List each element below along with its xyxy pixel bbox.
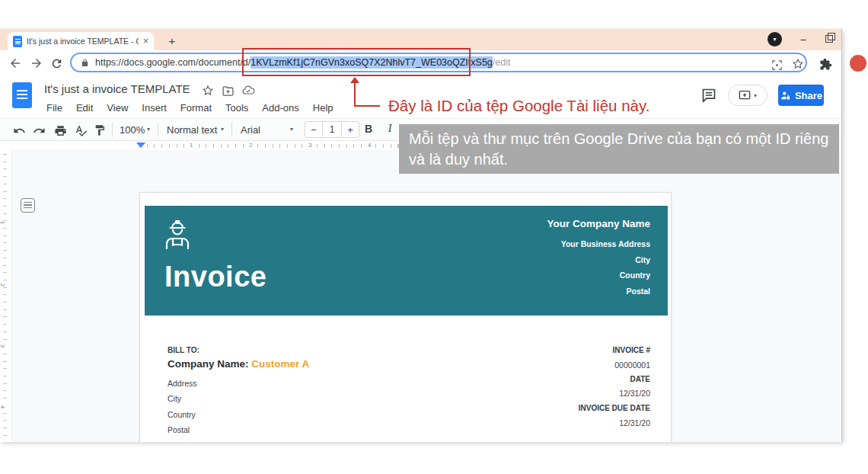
bill-company-line: Company Name: Customer A <box>168 358 309 370</box>
browser-tab[interactable]: It's just a invoice TEMPLATE - Go × <box>8 32 154 50</box>
font-select[interactable]: Arial <box>241 124 260 136</box>
google-docs-icon[interactable] <box>12 82 32 108</box>
screenshot-stage: It's just a invoice TEMPLATE - Go × + ▾ … <box>0 0 868 474</box>
invoice-date-value: 12/31/20 <box>619 389 650 398</box>
toolbar-divider <box>112 123 113 137</box>
zoom-caret-icon: ▾ <box>147 126 150 133</box>
company-name-label: Company Name: <box>168 358 249 370</box>
invoice-due-date-value: 12/31/20 <box>619 418 650 428</box>
zoom-select[interactable]: 100% <box>120 124 145 136</box>
toolbar-divider <box>231 123 232 137</box>
ruler-number: 3 <box>306 141 314 149</box>
circle-chevron-button[interactable]: ▾ <box>767 32 782 46</box>
increase-font-size-button[interactable]: + <box>342 124 359 136</box>
bookmark-star-icon[interactable] <box>790 56 806 72</box>
ruler-number: 4 <box>365 141 373 149</box>
document-outline-icon[interactable] <box>21 198 35 213</box>
ruler-number: 4 <box>0 405 7 408</box>
tab-title: It's just a invoice TEMPLATE - Go <box>27 37 139 46</box>
ruler-number: 1 <box>0 221 7 224</box>
share-button[interactable]: Share <box>778 85 824 106</box>
menu-insert[interactable]: Insert <box>135 101 174 115</box>
ruler-number: 3 <box>0 344 7 347</box>
customer-name: Customer A <box>251 358 309 370</box>
id-annotation-text: Đây là ID của tệp Google Tài liệu này. <box>388 97 649 115</box>
url-prefix: https://docs.google.com/document/d/ <box>95 57 251 68</box>
font-caret-icon: ▾ <box>290 126 293 133</box>
font-size-value[interactable]: 1 <box>322 122 342 137</box>
bill-field: Postal <box>168 425 190 434</box>
invoice-due-date-label: INVOICE DUE DATE <box>579 404 650 412</box>
ruler-ticks <box>3 154 7 442</box>
extensions-puzzle-icon[interactable] <box>818 56 833 72</box>
document-status-cloud-icon[interactable] <box>241 84 255 98</box>
menu-file[interactable]: File <box>40 101 69 115</box>
bill-field: Address <box>168 379 197 388</box>
company-line: Your Business Address <box>547 236 650 252</box>
font-size-stepper: − 1 + <box>305 121 359 138</box>
toolbar-divider <box>158 123 158 137</box>
redo-icon[interactable] <box>32 123 46 137</box>
ruler-number: 1 <box>187 141 195 149</box>
company-name: Your Company Name <box>547 218 650 229</box>
company-line: Country <box>547 267 650 283</box>
browser-window: It's just a invoice TEMPLATE - Go × + ▾ … <box>0 29 842 442</box>
comments-icon[interactable] <box>700 87 717 104</box>
document-page[interactable]: Invoice Your Company Name Your Business … <box>139 192 672 442</box>
menu-bar: File Edit View Insert Format Tools Add-o… <box>40 101 340 115</box>
url-suffix: /edit <box>493 57 511 68</box>
invoice-date-label: DATE <box>630 375 650 383</box>
share-label: Share <box>795 90 822 101</box>
tab-close-icon[interactable]: × <box>143 37 148 46</box>
ruler-number: 2 <box>247 141 254 149</box>
print-icon[interactable] <box>53 123 67 137</box>
menu-view[interactable]: View <box>100 101 135 115</box>
docs-favicon-icon <box>13 36 22 47</box>
document-area: 1 2 3 4 Invoice <box>0 149 841 442</box>
lock-icon <box>81 58 89 68</box>
present-to-meeting-button[interactable]: ▾ <box>728 85 767 106</box>
bill-to-label: BILL TO: <box>168 346 199 354</box>
new-tab-button[interactable]: + <box>164 33 180 48</box>
invoice-number-value: 00000001 <box>614 360 650 370</box>
menu-edit[interactable]: Edit <box>69 101 100 115</box>
invoice-meta: INVOICE # 00000001 DATE 12/31/20 INVOICE… <box>521 346 650 437</box>
indent-marker[interactable] <box>136 143 145 148</box>
undo-icon[interactable] <box>12 123 26 137</box>
bill-field: Country <box>168 410 196 419</box>
bold-button[interactable]: B <box>361 123 376 135</box>
star-document-icon[interactable] <box>201 84 215 98</box>
paragraph-style-select[interactable]: Normal text <box>167 124 217 136</box>
italic-button[interactable]: I <box>382 123 397 135</box>
back-button[interactable] <box>8 56 23 71</box>
annotation-arrow-line <box>354 82 356 106</box>
menu-format[interactable]: Format <box>174 101 219 115</box>
paint-format-icon[interactable] <box>93 123 107 137</box>
overlay-note: Mỗi tệp và thư mục trên Google Drive của… <box>399 124 839 174</box>
forward-button[interactable] <box>29 56 44 71</box>
spellcheck-icon[interactable] <box>74 123 88 137</box>
window-minimize-button[interactable]: – <box>793 30 813 47</box>
ruler-number: 2 <box>0 283 7 287</box>
menu-help[interactable]: Help <box>306 101 340 115</box>
window-restore-button[interactable] <box>825 34 834 42</box>
qr-code-icon[interactable] <box>769 57 784 72</box>
present-screen-icon <box>739 90 751 101</box>
document-title[interactable]: It's just a invoice TEMPLATE <box>44 82 190 95</box>
vertical-ruler: 1 2 3 4 <box>0 149 12 442</box>
present-caret-icon: ▾ <box>754 92 757 99</box>
decrease-font-size-button[interactable]: − <box>305 124 322 136</box>
menu-tools[interactable]: Tools <box>219 101 255 115</box>
share-lock-person-icon <box>780 90 791 101</box>
company-line: Postal <box>547 283 650 299</box>
bill-field: City <box>168 394 181 403</box>
construction-worker-icon <box>163 218 192 259</box>
annotation-arrow-line <box>354 105 380 107</box>
invoice-number-label: INVOICE # <box>613 346 650 354</box>
reload-button[interactable] <box>49 56 64 71</box>
add-shortcut-icon[interactable] <box>221 84 235 98</box>
menu-addons[interactable]: Add-ons <box>255 101 305 115</box>
style-caret-icon: ▾ <box>221 126 224 133</box>
tab-strip: It's just a invoice TEMPLATE - Go × + ▾ … <box>0 29 841 50</box>
browser-profile-avatar[interactable] <box>850 55 866 72</box>
